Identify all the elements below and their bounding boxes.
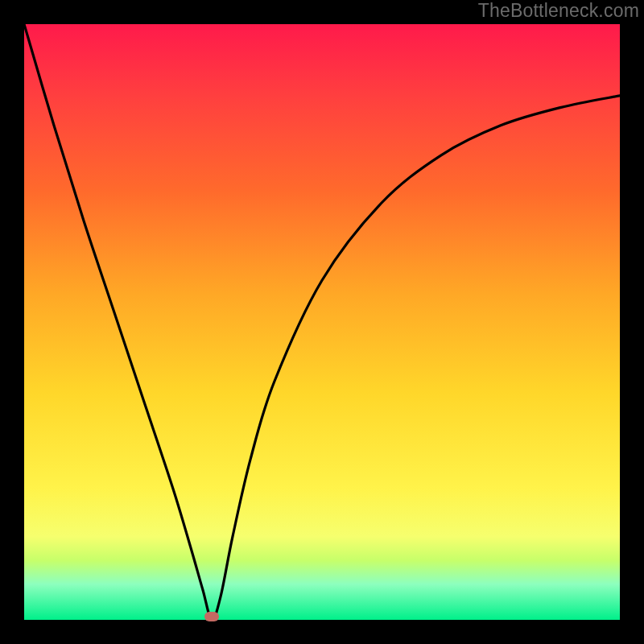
bottleneck-curve-svg [24, 24, 620, 620]
bottleneck-curve-path [24, 24, 620, 620]
watermark-text: TheBottleneck.com [478, 0, 639, 22]
optimal-point-marker [204, 612, 219, 621]
chart-container: TheBottleneck.com [0, 0, 644, 644]
